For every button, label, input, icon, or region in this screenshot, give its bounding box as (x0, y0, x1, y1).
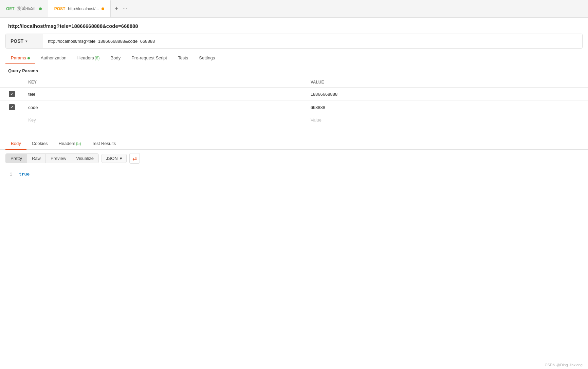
response-tabs: Body Cookies Headers(5) Test Results (0, 137, 588, 150)
key-cell-code[interactable]: code (23, 101, 306, 114)
value-cell-tele[interactable]: 18866668888 (306, 88, 588, 101)
chevron-down-icon: ▾ (25, 39, 27, 43)
tab-dot-post (102, 7, 104, 10)
tab-method-get: GET (6, 6, 15, 11)
tab-get[interactable]: GET 测试REST (0, 0, 48, 17)
table-row: tele 18866668888 (0, 88, 588, 101)
tab-authorization[interactable]: Authorization (35, 52, 72, 64)
url-title: http://localhost/msg?tele=18866668888&co… (0, 18, 588, 32)
tab-post[interactable]: POST http://localhost/... (48, 0, 111, 17)
tab-url-get: 测试REST (17, 6, 36, 12)
add-tab-button[interactable]: + (115, 5, 118, 12)
url-input[interactable] (43, 39, 582, 44)
checkbox-tele[interactable] (9, 91, 15, 97)
wrap-icon: ⇄ (132, 155, 137, 162)
format-visualize-button[interactable]: Visualize (71, 154, 98, 163)
code-value: true (19, 170, 30, 178)
tab-method-post: POST (54, 6, 66, 11)
query-params-label: Query Params (0, 64, 588, 75)
checkbox-code[interactable] (9, 104, 15, 110)
tab-settings[interactable]: Settings (194, 52, 220, 64)
line-number: 1 (5, 170, 12, 178)
tab-body[interactable]: Body (105, 52, 126, 64)
method-label: POST (11, 38, 23, 44)
col-header-key: KEY (23, 77, 306, 88)
format-toolbar: Pretty Raw Preview Visualize JSON ▾ ⇄ (0, 150, 588, 167)
resp-tab-headers[interactable]: Headers(5) (53, 137, 87, 149)
more-button[interactable]: ··· (123, 5, 128, 12)
key-placeholder: Key (28, 117, 36, 123)
json-type-selector[interactable]: JSON ▾ (102, 154, 127, 163)
tab-headers[interactable]: Headers(8) (72, 52, 105, 64)
format-raw-button[interactable]: Raw (27, 154, 46, 163)
tab-actions: + ··· (111, 0, 132, 17)
request-bar: POST ▾ (5, 34, 583, 49)
chevron-down-icon: ▾ (120, 156, 122, 161)
format-group: Pretty Raw Preview Visualize (5, 153, 99, 163)
params-table: KEY VALUE tele 18866668888 code 668888 K… (0, 77, 588, 126)
code-line: 1 true (5, 170, 583, 178)
tab-bar: GET 测试REST POST http://localhost/... + ·… (0, 0, 588, 18)
tab-url-post: http://localhost/... (68, 6, 99, 11)
request-tabs: Params Authorization Headers(8) Body Pre… (0, 52, 588, 64)
resp-tab-test-results[interactable]: Test Results (86, 137, 121, 149)
code-area: 1 true (0, 167, 588, 182)
method-selector[interactable]: POST ▾ (6, 34, 43, 48)
tab-tests[interactable]: Tests (172, 52, 194, 64)
tab-dot-get (39, 7, 42, 10)
value-placeholder: Value (311, 117, 321, 123)
tab-prerequest[interactable]: Pre-request Script (126, 52, 172, 64)
resp-tab-body[interactable]: Body (5, 137, 26, 149)
table-row: code 668888 (0, 101, 588, 114)
format-preview-button[interactable]: Preview (46, 154, 71, 163)
wrap-button[interactable]: ⇄ (129, 153, 140, 164)
json-label: JSON (106, 156, 118, 161)
key-cell-tele[interactable]: tele (23, 88, 306, 101)
section-divider (0, 132, 588, 132)
value-cell-code[interactable]: 668888 (306, 101, 588, 114)
resp-tab-cookies[interactable]: Cookies (26, 137, 53, 149)
format-pretty-button[interactable]: Pretty (6, 154, 27, 163)
col-header-value: VALUE (306, 77, 588, 88)
params-active-dot (27, 57, 30, 59)
table-row-empty: Key Value (0, 114, 588, 126)
tab-params[interactable]: Params (5, 52, 35, 64)
col-header-check (0, 77, 23, 88)
